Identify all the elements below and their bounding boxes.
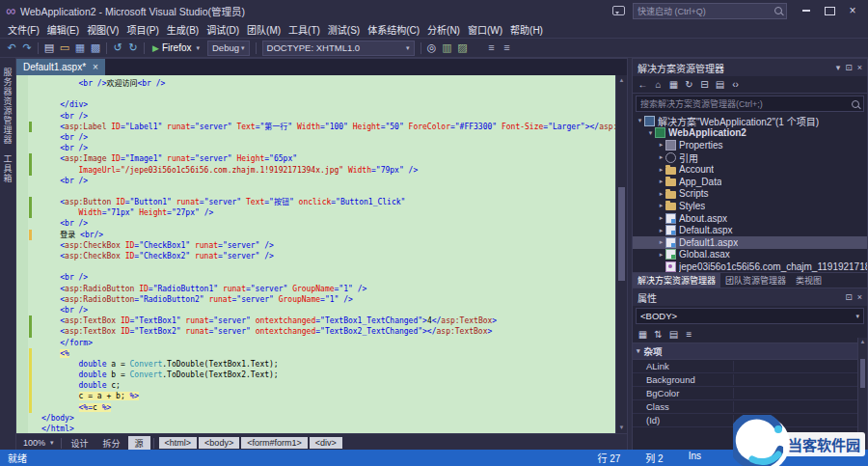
property-pages-icon[interactable]: ▤	[666, 326, 681, 343]
collapse-all-icon[interactable]: ⊟	[697, 76, 712, 93]
menu-item[interactable]: 视图(V)	[83, 20, 122, 39]
code-line[interactable]: ImageUrl="/jepe03i56o1c56i56.com.zhajm.1…	[16, 165, 615, 176]
code-line[interactable]: <asp:TextBox ID="TextBox2" runat="server…	[16, 326, 615, 337]
code-line[interactable]: </div>	[16, 99, 615, 110]
properties-icon[interactable]: ▤	[713, 76, 727, 93]
categorized-icon[interactable]: ▦	[636, 326, 650, 343]
property-row[interactable]: ALink	[633, 360, 858, 373]
panel-tab[interactable]: 解决方案资源管理器	[633, 273, 720, 288]
code-line[interactable]: <asp:TextBox ID="TextBox1" runat="server…	[16, 315, 615, 326]
tree-item[interactable]: ▸Account	[633, 163, 867, 176]
tab-default1-aspx[interactable]: Default1.aspx* ×	[16, 59, 105, 75]
code-line[interactable]: <asp:CheckBox ID="CheckBox2" runat="serv…	[16, 251, 615, 261]
tree-item[interactable]: ▸Default1.aspx	[633, 236, 867, 249]
close-button[interactable]: ×	[841, 3, 864, 19]
scroll-up-icon[interactable]: ▲	[858, 338, 867, 346]
navigate-forward-icon[interactable]: ↷	[19, 40, 35, 56]
breadcrumb-item[interactable]: <form#form1>	[241, 437, 308, 449]
property-category[interactable]: ▾ 杂项	[633, 343, 858, 360]
save-icon[interactable]: ▦	[72, 40, 88, 56]
code-line[interactable]: <asp:Button ID="Button1" runat="server" …	[16, 197, 615, 207]
menu-item[interactable]: 体系结构(C)	[364, 20, 423, 39]
code-line[interactable]: <br />	[16, 143, 615, 153]
tree-item[interactable]: ▾解决方案"WebApplication2"(1 个项目)	[633, 115, 867, 127]
solution-search-input[interactable]: 搜索解决方案资源管理器(Ctrl+;)	[636, 96, 864, 112]
view-button[interactable]: 源	[128, 436, 150, 451]
code-line[interactable]: double b = Convert.ToDouble(TextBox2.Tex…	[16, 370, 615, 380]
panel-tab[interactable]: 团队资源管理器	[720, 273, 791, 288]
editor-scrollbar[interactable]: ▲ ▼	[615, 75, 627, 433]
side-tab[interactable]: 工具箱	[2, 154, 14, 183]
code-line[interactable]: <br />	[16, 305, 615, 315]
code-line[interactable]	[16, 186, 615, 197]
pin-icon[interactable]: ⊡	[845, 292, 853, 302]
code-line[interactable]: </html>	[16, 424, 615, 433]
open-file-icon[interactable]: ▭	[57, 40, 72, 56]
code-line[interactable]: <asp:Label ID="Label1" runat="server" Te…	[16, 122, 615, 132]
doctype-dropdown[interactable]: DOCTYPE: XHTML1.0 ▾	[262, 41, 415, 56]
tree-item[interactable]: ▸Scripts	[633, 188, 867, 201]
show-all-files-icon[interactable]: ▦	[666, 76, 681, 93]
comment-icon[interactable]: ▥	[440, 40, 455, 56]
minimize-button[interactable]	[795, 3, 818, 19]
tree-item[interactable]: ▸引用	[633, 151, 867, 164]
menu-item[interactable]: 测试(S)	[324, 20, 364, 39]
code-line[interactable]: </body>	[16, 413, 615, 424]
quick-launch-input[interactable]: 快速启动 (Ctrl+Q)	[633, 3, 787, 19]
scrollbar-thumb[interactable]	[860, 359, 865, 388]
scrollbar-track[interactable]	[616, 86, 627, 423]
code-line[interactable]: <br />	[16, 218, 615, 229]
tree-item[interactable]: jepe03i56o1c56i56.com_chajm_119192171894…	[633, 260, 867, 272]
close-icon[interactable]: ×	[857, 292, 862, 302]
undo-icon[interactable]: ↺	[110, 40, 125, 56]
property-row[interactable]: Class	[633, 400, 858, 414]
code-area[interactable]: <br />欢迎访问<br /></div><br /><asp:Label I…	[16, 75, 615, 433]
toolbar-overflow2-icon[interactable]: ≡	[500, 40, 515, 56]
pin-icon[interactable]: ⊡	[845, 63, 853, 72]
code-line[interactable]: <br />	[16, 176, 615, 186]
menu-item[interactable]: 编辑(E)	[43, 20, 83, 39]
code-line[interactable]: 登录 <br/>	[16, 230, 615, 240]
find-icon[interactable]: ◎	[424, 40, 440, 56]
view-code-icon[interactable]: ‹›	[728, 76, 743, 93]
code-line[interactable]	[16, 89, 615, 99]
menu-item[interactable]: 帮助(H)	[506, 20, 547, 39]
code-editor[interactable]: <br />欢迎访问<br /></div><br /><asp:Label I…	[16, 75, 627, 433]
code-line[interactable]: <asp:RadioButton ID="RadioButton1" runat…	[16, 284, 615, 294]
refresh-icon[interactable]: ↻	[682, 76, 696, 93]
breadcrumb-item[interactable]: <div>	[310, 437, 342, 449]
code-line[interactable]: <asp:Image ID="Image1" runat="server" He…	[16, 153, 615, 164]
code-line[interactable]	[16, 261, 615, 272]
code-line[interactable]: double c;	[16, 380, 615, 391]
tree-item[interactable]: ▸Styles	[633, 200, 867, 212]
code-line[interactable]: c = a + b; %>	[16, 391, 615, 401]
tree-item[interactable]: ▸Global.asax	[633, 249, 867, 261]
code-line[interactable]: <br />	[16, 272, 615, 283]
menu-item[interactable]: 团队(M)	[243, 20, 285, 39]
properties-object-dropdown[interactable]: <BODY> ▾	[636, 308, 864, 324]
events-icon[interactable]: ≡	[682, 326, 696, 343]
code-line[interactable]: <br />欢迎访问<br />	[16, 78, 615, 89]
code-line[interactable]: <br />	[16, 111, 615, 122]
breadcrumb-item[interactable]: <html>	[159, 437, 198, 449]
close-icon[interactable]: ×	[857, 63, 862, 72]
property-row[interactable]: Background	[633, 373, 858, 387]
panel-menu-icon[interactable]: ▾	[836, 63, 841, 72]
close-icon[interactable]: ×	[93, 62, 98, 72]
tree-item[interactable]: ▸About.aspx	[633, 212, 867, 225]
alphabetical-icon[interactable]: ⇅	[651, 326, 665, 343]
navigate-backward-icon[interactable]: ↶	[4, 40, 19, 56]
tree-item[interactable]: ▸Default.aspx	[633, 224, 867, 236]
code-line[interactable]: Width="71px" Height="27px" />	[16, 207, 615, 218]
zoom-dropdown[interactable]: 100% ▾	[19, 438, 58, 448]
feedback-icon[interactable]	[612, 6, 625, 15]
side-tab[interactable]: 服务器资源管理器	[2, 68, 14, 145]
configuration-dropdown[interactable]: Debug ▾	[207, 41, 250, 56]
new-file-icon[interactable]: ▤	[41, 40, 57, 56]
menu-item[interactable]: 调试(D)	[203, 20, 243, 39]
view-button[interactable]: 拆分	[96, 436, 127, 451]
menu-item[interactable]: 文件(F)	[4, 20, 43, 39]
view-button[interactable]: 设计	[65, 436, 95, 451]
menu-item[interactable]: 窗口(W)	[464, 20, 506, 39]
panel-tab[interactable]: 类视图	[791, 273, 827, 288]
